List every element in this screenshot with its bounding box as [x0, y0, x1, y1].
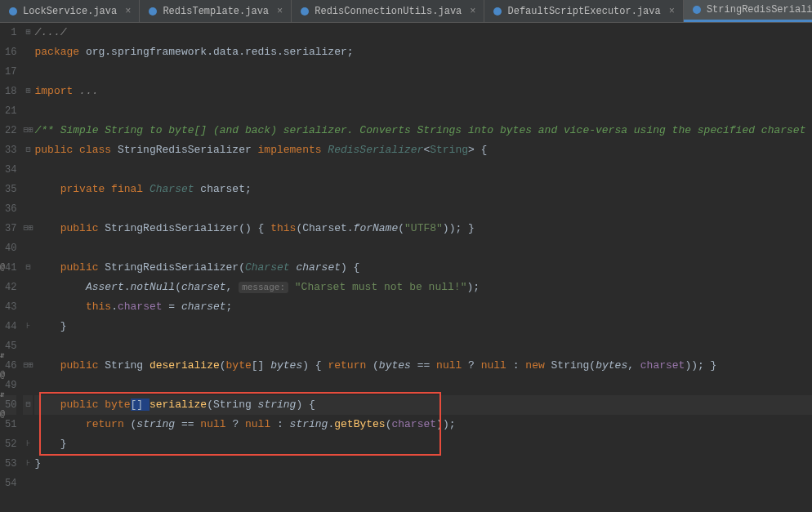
fold-icon[interactable]: ⊞ [23, 82, 33, 101]
close-icon[interactable]: × [470, 6, 475, 17]
svg-point-4 [693, 6, 701, 14]
fold-icon[interactable]: ⊟ [23, 140, 33, 160]
tab-label: DefaultScriptExecutor.java [507, 6, 660, 17]
tab-stringredisserializer[interactable]: StringRedisSerializer.java × [684, 0, 812, 22]
tab-label: LockService.java [23, 6, 117, 17]
fold-icon[interactable]: ⊟ [23, 258, 33, 278]
java-file-icon [8, 7, 18, 16]
close-icon[interactable]: × [669, 6, 675, 17]
code-content[interactable]: /.../ package org.springframework.data.r… [33, 23, 812, 512]
close-icon[interactable]: × [125, 6, 131, 17]
svg-point-3 [493, 7, 502, 16]
fold-icon[interactable]: ⊟⊞ [23, 219, 33, 238]
tab-defaultscriptexecutor[interactable]: DefaultScriptExecutor.java × [484, 0, 683, 22]
tab-label: RedisConnectionUtils.java [315, 6, 462, 17]
fold-icon[interactable]: ⊟⊞ [23, 121, 33, 140]
svg-point-2 [301, 7, 309, 16]
fold-icon[interactable]: ⊦ [23, 434, 33, 454]
fold-icon[interactable]: ⊟ [23, 395, 33, 415]
editor-tabs: LockService.java × RedisTemplate.java × … [0, 0, 812, 23]
java-file-icon [493, 7, 502, 16]
tab-redisconnectionutils[interactable]: RedisConnectionUtils.java × [292, 0, 484, 22]
svg-point-1 [149, 7, 157, 16]
close-icon[interactable]: × [277, 6, 283, 17]
java-file-icon [300, 7, 310, 16]
tab-label: StringRedisSerializer.java [707, 4, 812, 16]
parameter-hint: message: [239, 282, 288, 293]
fold-icon[interactable]: ⊟⊞ [23, 356, 33, 376]
java-file-icon [692, 5, 702, 15]
tab-lockservice[interactable]: LockService.java × [0, 0, 140, 22]
fold-icon[interactable]: ⊦ [23, 317, 33, 336]
svg-point-0 [9, 7, 17, 16]
fold-icon[interactable]: ⊞ [23, 23, 33, 42]
fold-gutter: ⊞ ⊞ ⊟⊞ ⊟ ⊟⊞ ⊟ ⊦ ⊟⊞ ⊟ ⊦ ⊦ [23, 23, 33, 512]
fold-icon[interactable]: ⊦ [23, 454, 33, 474]
tab-redistemplate[interactable]: RedisTemplate.java × [140, 0, 292, 22]
code-editor[interactable]: @ ⇵ @ ⇵ @ 116171821223334353637404142434… [0, 23, 812, 512]
tab-label: RedisTemplate.java [163, 6, 269, 17]
java-file-icon [148, 7, 158, 16]
line-numbers: 1161718212233343536374041424344454649505… [5, 23, 23, 512]
